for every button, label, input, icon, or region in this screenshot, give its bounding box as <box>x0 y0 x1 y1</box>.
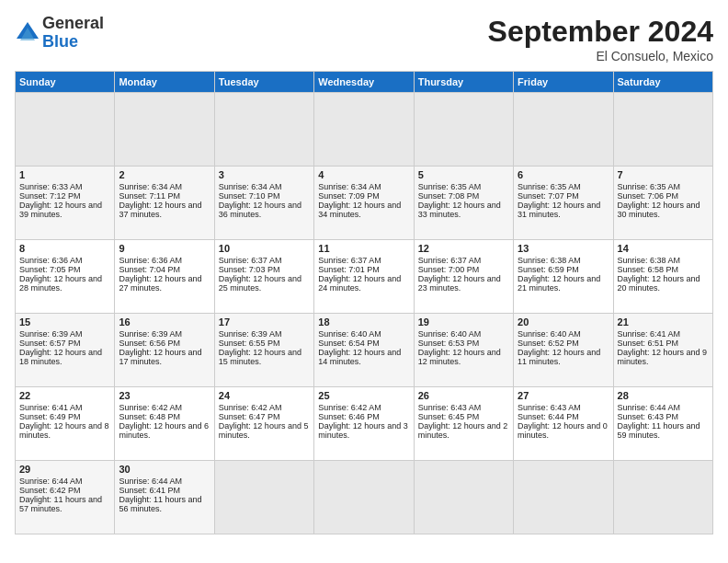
day-number: 26 <box>418 390 509 401</box>
table-row <box>613 93 712 167</box>
day-number: 8 <box>19 243 110 254</box>
sunset-text: Sunset: 6:59 PM <box>518 265 579 274</box>
table-row: 27Sunrise: 6:43 AMSunset: 6:44 PMDayligh… <box>514 387 613 461</box>
table-row: 16Sunrise: 6:39 AMSunset: 6:56 PMDayligh… <box>115 314 214 387</box>
table-row: 13Sunrise: 6:38 AMSunset: 6:59 PMDayligh… <box>514 240 613 314</box>
sunset-text: Sunset: 6:44 PM <box>518 412 579 421</box>
sunrise-text: Sunrise: 6:35 AM <box>618 182 681 191</box>
day-number: 3 <box>219 169 310 180</box>
sunrise-text: Sunrise: 6:34 AM <box>318 182 381 191</box>
title-block: September 2024 El Consuelo, Mexico <box>488 15 713 63</box>
sunset-text: Sunset: 7:04 PM <box>119 265 180 274</box>
sunset-text: Sunset: 7:10 PM <box>219 191 280 201</box>
sunrise-text: Sunrise: 6:43 AM <box>418 403 482 412</box>
sunrise-text: Sunrise: 6:35 AM <box>518 182 581 191</box>
table-row: 23Sunrise: 6:42 AMSunset: 6:48 PMDayligh… <box>115 387 214 461</box>
sunset-text: Sunset: 6:46 PM <box>318 412 380 421</box>
daylight-text: Daylight: 12 hours and 12 minutes. <box>418 348 501 366</box>
sunrise-text: Sunrise: 6:42 AM <box>119 403 182 412</box>
month-title: September 2024 <box>488 15 713 49</box>
daylight-text: Daylight: 12 hours and 28 minutes. <box>19 274 102 293</box>
daylight-text: Daylight: 12 hours and 2 minutes. <box>418 421 508 440</box>
day-number: 12 <box>418 243 509 254</box>
table-row <box>214 461 313 534</box>
sunrise-text: Sunrise: 6:39 AM <box>119 329 182 339</box>
sunset-text: Sunset: 6:47 PM <box>219 412 280 421</box>
header-tuesday: Tuesday <box>214 72 313 93</box>
daylight-text: Daylight: 12 hours and 23 minutes. <box>418 274 501 293</box>
calendar-table: Sunday Monday Tuesday Wednesday Thursday… <box>15 71 713 534</box>
table-row <box>514 93 613 167</box>
sunrise-text: Sunrise: 6:44 AM <box>119 477 182 486</box>
day-number: 21 <box>618 316 709 327</box>
table-row: 19Sunrise: 6:40 AMSunset: 6:53 PMDayligh… <box>414 314 513 387</box>
sunset-text: Sunset: 7:06 PM <box>618 191 679 201</box>
daylight-text: Daylight: 12 hours and 14 minutes. <box>318 348 401 366</box>
header-sunday: Sunday <box>16 72 115 93</box>
daylight-text: Daylight: 12 hours and 8 minutes. <box>19 421 109 440</box>
sunrise-text: Sunrise: 6:44 AM <box>19 477 83 486</box>
table-row: 22Sunrise: 6:41 AMSunset: 6:49 PMDayligh… <box>16 387 115 461</box>
daylight-text: Daylight: 11 hours and 59 minutes. <box>618 421 700 440</box>
sunset-text: Sunset: 7:00 PM <box>418 265 480 274</box>
table-row <box>314 461 414 534</box>
table-row: 12Sunrise: 6:37 AMSunset: 7:00 PMDayligh… <box>414 240 513 314</box>
sunset-text: Sunset: 6:43 PM <box>618 412 679 421</box>
sunset-text: Sunset: 6:52 PM <box>518 339 579 348</box>
table-row: 14Sunrise: 6:38 AMSunset: 6:58 PMDayligh… <box>613 240 712 314</box>
sunset-text: Sunset: 6:51 PM <box>618 339 679 348</box>
daylight-text: Daylight: 12 hours and 37 minutes. <box>119 201 201 219</box>
table-row: 18Sunrise: 6:40 AMSunset: 6:54 PMDayligh… <box>314 314 414 387</box>
sunrise-text: Sunrise: 6:44 AM <box>618 403 681 412</box>
daylight-text: Daylight: 12 hours and 36 minutes. <box>219 201 301 219</box>
sunset-text: Sunset: 7:01 PM <box>318 265 380 274</box>
day-number: 16 <box>119 316 210 327</box>
table-row: 11Sunrise: 6:37 AMSunset: 7:01 PMDayligh… <box>314 240 414 314</box>
daylight-text: Daylight: 12 hours and 3 minutes. <box>318 421 408 440</box>
day-number: 11 <box>318 243 409 254</box>
daylight-text: Daylight: 12 hours and 15 minutes. <box>219 348 301 366</box>
day-number: 9 <box>119 243 210 254</box>
sunset-text: Sunset: 6:41 PM <box>119 486 180 495</box>
daylight-text: Daylight: 12 hours and 34 minutes. <box>318 201 401 219</box>
table-row: 15Sunrise: 6:39 AMSunset: 6:57 PMDayligh… <box>16 314 115 387</box>
daylight-text: Daylight: 12 hours and 20 minutes. <box>618 274 700 293</box>
daylight-text: Daylight: 12 hours and 9 minutes. <box>618 348 708 366</box>
day-number: 18 <box>318 316 409 327</box>
sunset-text: Sunset: 7:05 PM <box>19 265 81 274</box>
header: General Blue September 2024 El Consuelo,… <box>15 15 713 63</box>
daylight-text: Daylight: 12 hours and 27 minutes. <box>119 274 201 293</box>
sunset-text: Sunset: 7:03 PM <box>219 265 280 274</box>
sunset-text: Sunset: 7:11 PM <box>119 191 180 201</box>
header-saturday: Saturday <box>613 72 712 93</box>
sunrise-text: Sunrise: 6:37 AM <box>418 256 482 265</box>
sunset-text: Sunset: 6:58 PM <box>618 265 679 274</box>
sunrise-text: Sunrise: 6:35 AM <box>418 182 482 191</box>
sunrise-text: Sunrise: 6:37 AM <box>219 256 282 265</box>
day-number: 20 <box>518 316 609 327</box>
table-row <box>16 93 115 167</box>
sunset-text: Sunset: 6:55 PM <box>219 339 280 348</box>
table-row: 8Sunrise: 6:36 AMSunset: 7:05 PMDaylight… <box>16 240 115 314</box>
sunset-text: Sunset: 7:07 PM <box>518 191 579 201</box>
day-number: 5 <box>418 169 509 180</box>
header-wednesday: Wednesday <box>314 72 414 93</box>
day-number: 27 <box>518 390 609 401</box>
logo-blue: Blue <box>42 32 78 51</box>
daylight-text: Daylight: 12 hours and 39 minutes. <box>19 201 102 219</box>
table-row: 4Sunrise: 6:34 AMSunset: 7:09 PMDaylight… <box>314 167 414 240</box>
header-friday: Friday <box>514 72 613 93</box>
daylight-text: Daylight: 12 hours and 0 minutes. <box>518 421 608 440</box>
sunrise-text: Sunrise: 6:41 AM <box>618 329 681 339</box>
table-row <box>115 93 214 167</box>
sunrise-text: Sunrise: 6:42 AM <box>219 403 282 412</box>
logo-general: General <box>42 14 104 32</box>
day-number: 6 <box>518 169 609 180</box>
table-row: 3Sunrise: 6:34 AMSunset: 7:10 PMDaylight… <box>214 167 313 240</box>
sunrise-text: Sunrise: 6:39 AM <box>19 329 83 339</box>
day-number: 19 <box>418 316 509 327</box>
day-number: 7 <box>618 169 709 180</box>
daylight-text: Daylight: 12 hours and 18 minutes. <box>19 348 102 366</box>
calendar-week-row: 15Sunrise: 6:39 AMSunset: 6:57 PMDayligh… <box>16 314 713 387</box>
day-number: 22 <box>19 390 110 401</box>
